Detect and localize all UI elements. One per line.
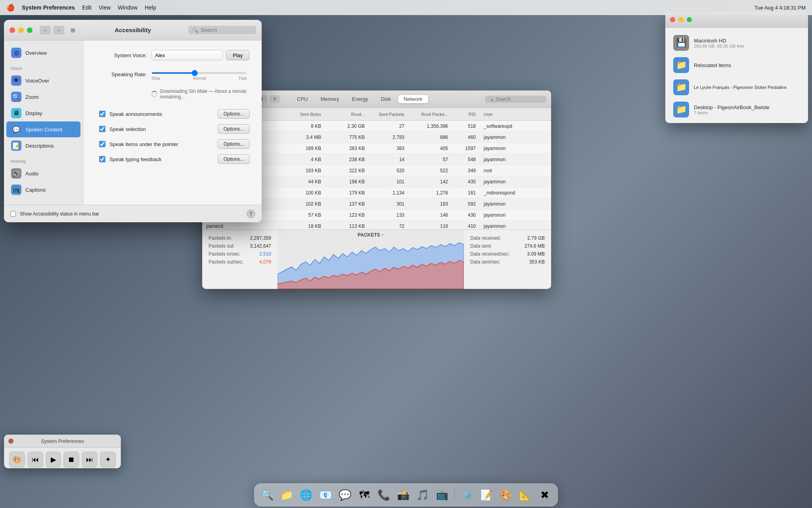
help-button[interactable]: ? [247, 210, 255, 218]
sidebar-item-zoom[interactable]: 🔍 Zoom [6, 89, 80, 105]
nm-tab-energy[interactable]: Energy [346, 94, 374, 104]
finder-item-relocated[interactable]: 📁 Relocated Items [671, 54, 802, 76]
speak-announcements-label: Speak announcements [109, 111, 162, 117]
nm-tab-memory[interactable]: Memory [314, 94, 345, 104]
play-button[interactable]: Play [226, 50, 249, 60]
spm-rewind-button[interactable]: ⏮ [27, 452, 43, 468]
dock-item-photos[interactable]: 📸 [395, 486, 412, 504]
speak-selection-options-button[interactable]: Options... [218, 124, 250, 134]
window-nav: ‹ › [40, 26, 64, 35]
finder-hd-icon: 💾 [673, 35, 689, 51]
dock-item-photoshop[interactable]: 🎨 [497, 486, 515, 504]
grid-view-button[interactable]: ⊞ [67, 26, 79, 35]
spm-artwork-button[interactable]: 🎨 [9, 452, 25, 468]
finder-close-button[interactable] [670, 17, 675, 22]
window-search[interactable]: 🔍 [188, 26, 256, 34]
speed-fast-label: Fast [239, 76, 247, 81]
nm-stats-left: Packets in: 2,297,359 Packets out: 3,142… [202, 230, 278, 289]
sidebar-item-overview[interactable]: ⊙ Overview [6, 45, 80, 61]
nm-data-sent-sec-label: Data sent/sec: [470, 259, 501, 265]
speak-pointer-options-button[interactable]: Options... [218, 139, 250, 149]
nm-data-sent-sec-value: 353 KB [529, 259, 545, 265]
finder-item-desktop[interactable]: 📁 Desktop - PigeonAirBook_Bwiste 7 items [671, 98, 802, 121]
minimize-button[interactable] [18, 27, 24, 33]
cell-spkts: 2,783 [369, 135, 408, 140]
nm-col-sent[interactable]: Sent Bytes [282, 112, 325, 117]
nm-tab-network[interactable]: Network [398, 94, 429, 104]
search-input[interactable] [201, 27, 252, 33]
speak-typing-checkbox[interactable] [99, 156, 105, 162]
dock-item-sys-prefs[interactable]: ⚙️ [458, 486, 476, 504]
sidebar-item-descriptions[interactable]: 📝 Descriptions [6, 138, 80, 154]
voiceover-icon: 👁 [11, 75, 21, 86]
dock-item-facetime[interactable]: 📞 [375, 486, 393, 504]
nm-col-spkts[interactable]: Sent Packets [369, 112, 408, 117]
sidebar-item-display[interactable]: 🖥 Display [6, 105, 80, 121]
menubar-view[interactable]: View [99, 4, 111, 11]
nm-tab-disk[interactable]: Disk [375, 94, 397, 104]
dock-item-finder[interactable]: 🔍 [259, 486, 276, 504]
nm-tabs: CPU Memory Energy Disk Network [291, 94, 429, 104]
sidebar-item-spoken-content[interactable]: 💬 Spoken Content [6, 121, 80, 137]
dock-item-browser[interactable]: 🌐 [297, 486, 315, 504]
accessibility-status-label: Show Accessibility status in menu bar [20, 211, 99, 217]
nm-col-rpkts[interactable]: Rcvd Packe... [408, 112, 452, 117]
close-button[interactable] [10, 27, 15, 33]
nm-col-user[interactable]: User [480, 112, 519, 117]
speak-pointer-checkbox[interactable] [99, 141, 105, 147]
spm-forward-button[interactable]: ⏭ [82, 452, 98, 468]
nm-col-pid[interactable]: PID [452, 112, 480, 117]
finder-item-macintosh-hd[interactable]: 💾 Macintosh HD 260.69 GB, 65.35 GB free [671, 32, 802, 54]
sidebar-item-captions[interactable]: 📺 Captions [6, 182, 80, 198]
spm-shuffle-button[interactable]: ✦ [100, 452, 116, 468]
menubar-help[interactable]: Help [145, 4, 156, 11]
dock-item-mail[interactable]: 📧 [317, 486, 334, 504]
nm-refresh-button[interactable]: ↻ [270, 95, 280, 103]
speak-typing-options-button[interactable]: Options... [218, 154, 250, 164]
menubar-window[interactable]: Window [118, 4, 138, 11]
forward-button[interactable]: › [53, 26, 64, 35]
nm-chart: PACKETS ↑ [278, 230, 464, 289]
finder-item-lycee[interactable]: 📁 Le Lycée Français - Pigeonner Sicker P… [671, 76, 802, 98]
speak-announcements-checkbox[interactable] [99, 111, 105, 117]
apple-logo-icon[interactable]: 🍎 [6, 4, 15, 12]
spm-close-button[interactable] [8, 439, 13, 444]
audio-icon: 🔊 [11, 168, 21, 179]
speed-normal-label: Normal [193, 76, 206, 81]
nm-col-rcvd[interactable]: Rcvd... [325, 112, 369, 117]
spm-play-button[interactable]: ▶ [46, 452, 61, 468]
back-button[interactable]: ‹ [40, 26, 51, 35]
nm-data-sent-value: 274.6 MB [525, 243, 545, 249]
finder-zoom-button[interactable] [687, 17, 692, 22]
dock-item-messages[interactable]: 💬 [336, 486, 354, 504]
downloading-row: Downloading Siri Male — About a minute r… [151, 89, 250, 100]
nm-search[interactable]: 🔍 [485, 96, 546, 103]
spm-title: System Preferences [41, 439, 84, 444]
nm-packets-out-value: 3,142,647 [250, 243, 271, 249]
cell-rpkts: 1,356,396 [408, 123, 452, 129]
accessibility-window: ‹ › ⊞ Accessibility 🔍 ⊙ Overview Vision … [4, 20, 262, 222]
speaking-rate-slider[interactable] [151, 72, 247, 74]
nm-tab-cpu[interactable]: CPU [291, 94, 314, 104]
zoom-button[interactable] [27, 27, 33, 33]
nm-packets-out-sec-value: 4,079 [259, 259, 271, 265]
dock-item-xd[interactable]: ✖ [536, 486, 553, 504]
voice-select[interactable]: Alex [151, 50, 223, 60]
finder-minimize-button[interactable] [678, 17, 684, 22]
dock-item-illustrator[interactable]: 📐 [517, 486, 534, 504]
menubar-edit[interactable]: Edit [82, 4, 92, 11]
dock-item-music[interactable]: 🎵 [414, 486, 431, 504]
accessibility-status-checkbox[interactable] [10, 211, 16, 217]
speak-selection-checkbox[interactable] [99, 126, 105, 132]
dock-item-notes[interactable]: 📝 [478, 486, 495, 504]
sidebar-item-voiceover[interactable]: 👁 VoiceOver [6, 73, 80, 89]
dock-item-maps[interactable]: 🗺 [356, 486, 373, 504]
nm-search-input[interactable] [496, 96, 543, 102]
cell-sent: 189 KB [282, 146, 325, 151]
dock-item-files[interactable]: 📁 [278, 486, 295, 504]
dock-item-tv[interactable]: 📺 [433, 486, 451, 504]
sidebar-item-audio[interactable]: 🔊 Audio [6, 165, 80, 181]
speak-announcements-options-button[interactable]: Options... [218, 109, 250, 119]
cell-rpkts: 146 [408, 212, 452, 218]
spm-stop-button[interactable]: ⏹ [63, 452, 79, 468]
